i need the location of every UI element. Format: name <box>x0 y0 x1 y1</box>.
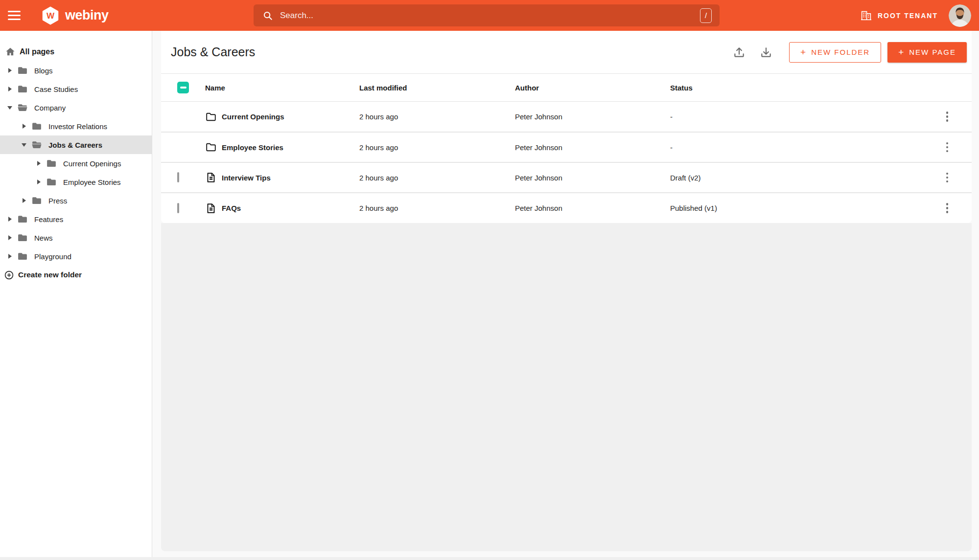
row-name: Employee Stories <box>222 143 283 152</box>
folder-icon <box>46 158 57 169</box>
new-page-button[interactable]: + NEW PAGE <box>887 42 967 63</box>
sidebar-item-all-pages[interactable]: All pages <box>0 43 152 61</box>
plus-icon: + <box>898 47 904 58</box>
hamburger-menu-button[interactable] <box>0 0 28 31</box>
row-last-modified: 2 hours ago <box>359 143 515 152</box>
table-row-employee-stories[interactable]: Employee Stories 2 hours ago Peter Johns… <box>161 132 972 162</box>
search-icon <box>262 10 273 21</box>
table-row-interview-tips[interactable]: Interview Tips 2 hours ago Peter Johnson… <box>161 162 972 193</box>
folder-icon <box>17 251 28 262</box>
row-last-modified: 2 hours ago <box>359 112 515 121</box>
row-last-modified: 2 hours ago <box>359 174 515 182</box>
webiny-hexagon-icon: W <box>41 6 60 25</box>
tenant-selector[interactable]: ROOT TENANT <box>860 9 938 22</box>
sidebar-item-news[interactable]: News <box>0 228 152 247</box>
sidebar-item-playground[interactable]: Playground <box>0 247 152 266</box>
row-name: FAQs <box>222 204 241 212</box>
caret-right-icon[interactable] <box>21 198 27 203</box>
document-icon <box>205 202 217 214</box>
folder-outline-icon <box>205 141 217 153</box>
row-last-modified: 2 hours ago <box>359 204 515 212</box>
sidebar-item-investor-relations[interactable]: Investor Relations <box>0 117 152 135</box>
hamburger-icon <box>8 11 21 20</box>
kebab-menu-icon[interactable] <box>942 138 953 157</box>
checkbox-unchecked[interactable] <box>177 203 179 213</box>
sidebar-item-case-studies[interactable]: Case Studies <box>0 80 152 98</box>
tenant-label: ROOT TENANT <box>878 12 938 20</box>
webiny-logo: W webiny <box>41 6 109 25</box>
slash-key-hint: / <box>700 8 712 23</box>
caret-right-icon[interactable] <box>7 87 13 91</box>
folder-icon <box>31 195 42 206</box>
caret-right-icon[interactable] <box>36 179 42 184</box>
folder-icon <box>17 214 28 224</box>
home-icon <box>5 46 16 57</box>
sidebar-item-current-openings[interactable]: Current Openings <box>0 154 152 173</box>
row-status: - <box>670 143 923 152</box>
search-input[interactable]: Search... / <box>254 4 720 26</box>
folder-icon <box>31 121 42 132</box>
folder-tree-sidebar: All pages Blogs Case Studies <box>0 31 152 560</box>
table-body: Current Openings 2 hours ago Peter Johns… <box>161 102 972 223</box>
export-pages-button[interactable] <box>756 43 776 62</box>
column-header-last-modified: Last modified <box>359 84 515 92</box>
kebab-menu-icon[interactable] <box>942 169 953 187</box>
page-title: Jobs & Careers <box>171 45 255 59</box>
row-name: Current Openings <box>222 112 284 121</box>
folder-icon <box>46 177 57 187</box>
folder-icon <box>17 65 28 76</box>
column-header-name: Name <box>205 84 359 92</box>
page-header: Jobs & Careers + NEW FOLDER <box>161 31 972 73</box>
sidebar-item-jobs-careers[interactable]: Jobs & Careers <box>0 135 152 154</box>
row-author: Peter Johnson <box>515 204 670 212</box>
kebab-menu-icon[interactable] <box>942 108 953 126</box>
sidebar-item-features[interactable]: Features <box>0 210 152 228</box>
import-pages-button[interactable] <box>729 43 749 62</box>
page-list-panel: Jobs & Careers + NEW FOLDER <box>161 31 972 223</box>
document-icon <box>205 172 217 183</box>
create-new-folder-button[interactable]: Create new folder <box>0 266 152 284</box>
sidebar-item-company[interactable]: Company <box>0 98 152 117</box>
folder-open-icon <box>31 139 42 150</box>
row-author: Peter Johnson <box>515 112 670 121</box>
table-row-faqs[interactable]: FAQs 2 hours ago Peter Johnson Published… <box>161 193 972 223</box>
user-avatar[interactable] <box>949 4 971 27</box>
row-status: Draft (v2) <box>670 174 923 182</box>
caret-down-icon[interactable] <box>21 143 27 147</box>
table-header-row: Name Last modified Author Status <box>161 73 972 102</box>
header-actions: + NEW FOLDER + NEW PAGE <box>729 42 967 63</box>
search-placeholder: Search... <box>280 11 700 21</box>
caret-right-icon[interactable] <box>7 68 13 73</box>
checkbox-unchecked[interactable] <box>177 172 179 182</box>
sidebar-item-press[interactable]: Press <box>0 191 152 210</box>
caret-right-icon[interactable] <box>7 235 13 240</box>
checkbox-indeterminate[interactable] <box>177 82 189 93</box>
sidebar-item-blogs[interactable]: Blogs <box>0 61 152 80</box>
main-content: Jobs & Careers + NEW FOLDER <box>152 31 979 560</box>
row-author: Peter Johnson <box>515 174 670 182</box>
topbar: W webiny Search... / ROOT TENANT <box>0 0 979 31</box>
folder-outline-icon <box>205 111 217 123</box>
row-status: Published (v1) <box>670 204 923 212</box>
tenant-building-icon <box>860 9 872 22</box>
row-author: Peter Johnson <box>515 143 670 152</box>
row-status: - <box>670 112 923 121</box>
table-row-current-openings[interactable]: Current Openings 2 hours ago Peter Johns… <box>161 102 972 132</box>
caret-right-icon[interactable] <box>7 254 13 259</box>
caret-right-icon[interactable] <box>36 161 42 166</box>
kebab-menu-icon[interactable] <box>942 199 953 217</box>
sidebar-item-employee-stories[interactable]: Employee Stories <box>0 173 152 191</box>
horizontal-scrollbar[interactable] <box>0 557 979 560</box>
column-header-author: Author <box>515 84 670 92</box>
caret-right-icon[interactable] <box>7 217 13 222</box>
svg-text:W: W <box>47 11 55 21</box>
download-icon <box>760 46 772 59</box>
table-empty-area <box>161 223 972 551</box>
new-folder-button[interactable]: + NEW FOLDER <box>789 42 881 63</box>
caret-down-icon[interactable] <box>7 106 13 110</box>
brand-wordmark: webiny <box>65 8 109 23</box>
row-name: Interview Tips <box>222 174 271 182</box>
folder-icon <box>17 232 28 243</box>
caret-right-icon[interactable] <box>21 124 27 129</box>
folder-open-icon <box>17 102 28 113</box>
